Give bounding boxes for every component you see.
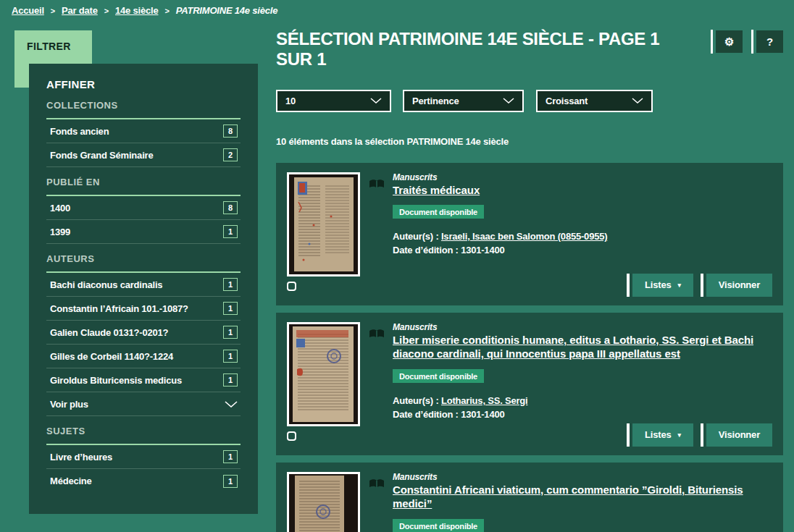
page-size-value: 10 [285, 96, 296, 106]
button-accent-bar [751, 30, 753, 54]
sort-by-value: Pertinence [412, 96, 459, 106]
document-type-label: Manuscrits [393, 472, 772, 482]
filter-item-label: Galien Claude 0131?-0201? [50, 327, 168, 338]
page-size-select[interactable]: 10 [276, 90, 391, 112]
result-title-link[interactable]: Constantini Africani viaticum, cum comme… [393, 483, 772, 511]
view-button[interactable]: Visionner [701, 274, 772, 297]
filter-panel-title: AFFINER [46, 78, 241, 90]
date-label: Date d’édition : [393, 245, 459, 256]
sort-order-value: Croissant [546, 96, 588, 106]
help-icon: ? [766, 35, 773, 48]
filter-item-label: Gilles de Corbeil 1140?-1224 [50, 351, 173, 362]
filter-item-livre-d-heures[interactable]: Livre d’heures 1 [46, 445, 241, 469]
date-value: 1301-1400 [461, 245, 504, 256]
filter-item-1400[interactable]: 1400 8 [46, 196, 241, 220]
availability-badge: Document disponible [393, 369, 484, 383]
breadcrumb-separator: > [104, 7, 109, 15]
filter-item-1399[interactable]: 1399 1 [46, 220, 241, 244]
open-book-icon [368, 179, 385, 190]
help-button[interactable]: ? [751, 30, 783, 54]
lists-button-label: Listes [645, 279, 671, 290]
date-value: 1301-1400 [461, 409, 504, 420]
date-line: Date d’édition : 1301-1400 [393, 409, 772, 420]
author-line: Auteur(s) : Lotharius, SS. Sergi [393, 395, 772, 406]
document-type-label: Manuscrits [393, 322, 772, 332]
button-accent-bar [701, 274, 703, 297]
result-card: Manuscrits Liber miserie conditionis hum… [276, 313, 783, 455]
filter-voir-plus[interactable]: Voir plus [46, 392, 241, 416]
chevron-down-icon [225, 401, 238, 408]
filter-item-label: 1400 [50, 203, 70, 214]
view-button-label: Visionner [719, 429, 760, 440]
filter-count-badge: 1 [223, 326, 238, 339]
author-link[interactable]: Lotharius, SS. Sergi [441, 395, 528, 406]
results-area: SÉLECTION PATRIMOINE 14E SIÈCLE - PAGE 1… [276, 29, 783, 532]
breadcrumb-accueil[interactable]: Accueil [12, 5, 44, 16]
breadcrumb: Accueil > Par date > 14e siècle > PATRIM… [12, 5, 277, 16]
filter-item-label: Bachi diaconus cardinalis [50, 279, 162, 290]
filter-item-label: Constantin l’Africain 101.-1087? [50, 303, 188, 314]
lists-button[interactable]: Listes▾ [627, 274, 693, 297]
breadcrumb-current-page: PATRIMOINE 14e siècle [176, 5, 278, 16]
filter-count-badge: 1 [223, 450, 238, 463]
filter-item-label: Fonds Grand Séminaire [50, 150, 153, 161]
filter-item-constantin[interactable]: Constantin l’Africain 101.-1087? 1 [46, 297, 241, 321]
filter-item-label: Livre d’heures [50, 452, 112, 463]
breadcrumb-14e-siecle[interactable]: 14e siècle [115, 5, 158, 16]
filter-item-giroldus[interactable]: Giroldus Bituricensis medicus 1 [46, 368, 241, 392]
availability-badge: Document disponible [393, 205, 484, 219]
result-card: Manuscrits Traités médicaux Document dis… [276, 163, 783, 305]
result-title-link[interactable]: Traités médicaux [393, 183, 480, 198]
voir-plus-label: Voir plus [50, 399, 88, 410]
filter-item-label: Médecine [50, 476, 92, 486]
filter-count-badge: 8 [223, 201, 238, 214]
view-button-label: Visionner [719, 279, 760, 290]
manuscript-thumbnail[interactable] [287, 172, 360, 276]
caret-down-icon: ▾ [677, 431, 680, 439]
select-item-checkbox[interactable] [287, 282, 296, 291]
filter-section-publie-en: PUBLIÉ EN [46, 177, 241, 187]
filter-item-bachi[interactable]: Bachi diaconus cardinalis 1 [46, 273, 241, 297]
button-accent-bar [701, 423, 703, 447]
filter-count-badge: 1 [223, 278, 238, 291]
button-accent-bar [627, 274, 630, 297]
view-button[interactable]: Visionner [701, 423, 772, 447]
filter-item-fonds-grand-seminaire[interactable]: Fonds Grand Séminaire 2 [46, 143, 241, 167]
filter-tab-label: FILTRER [14, 30, 92, 52]
sort-order-select[interactable]: Croissant [536, 90, 653, 112]
open-book-icon [368, 478, 385, 489]
availability-badge: Document disponible [393, 519, 484, 532]
author-line: Auteur(s) : Israeli, Isaac ben Salomon (… [393, 231, 772, 242]
button-accent-bar [627, 423, 630, 447]
select-item-checkbox[interactable] [287, 431, 296, 441]
caret-down-icon: ▾ [677, 282, 680, 289]
page-title: SÉLECTION PATRIMOINE 14E SIÈCLE - PAGE 1… [276, 29, 695, 70]
filter-item-fonds-ancien[interactable]: Fonds ancien 8 [46, 119, 241, 143]
filter-item-gilles[interactable]: Gilles de Corbeil 1140?-1224 1 [46, 345, 241, 368]
settings-button[interactable]: ⚙ [711, 30, 743, 54]
result-title-link[interactable]: Liber miserie conditionis humane, editus… [393, 333, 772, 361]
button-accent-bar [711, 30, 713, 54]
breadcrumb-separator: > [51, 7, 55, 15]
manuscript-thumbnail[interactable] [287, 472, 360, 532]
date-line: Date d’édition : 1301-1400 [393, 245, 772, 256]
lists-button[interactable]: Listes▾ [627, 423, 693, 447]
open-book-icon [368, 329, 385, 339]
filter-item-galien[interactable]: Galien Claude 0131?-0201? 1 [46, 321, 241, 345]
filter-section-collections: COLLECTIONS [46, 100, 241, 111]
filter-item-medecine[interactable]: Médecine 1 [46, 469, 241, 493]
sort-by-select[interactable]: Pertinence [403, 90, 524, 112]
filter-count-badge: 8 [223, 124, 238, 138]
manuscript-thumbnail[interactable] [287, 322, 360, 426]
author-link[interactable]: Israeli, Isaac ben Salomon (0855-0955) [441, 231, 607, 242]
author-label: Auteur(s) : [393, 395, 439, 406]
filter-count-badge: 1 [223, 302, 238, 315]
filter-item-label: Fonds ancien [50, 126, 109, 137]
filter-count-badge: 2 [223, 148, 238, 161]
filter-section-sujets: SUJETS [46, 426, 241, 436]
result-card: Manuscrits Constantini Africani viaticum… [276, 463, 783, 532]
chevron-down-icon [370, 98, 382, 104]
author-label: Auteur(s) : [393, 231, 439, 242]
breadcrumb-par-date[interactable]: Par date [62, 5, 98, 16]
filter-count-badge: 1 [223, 225, 238, 238]
